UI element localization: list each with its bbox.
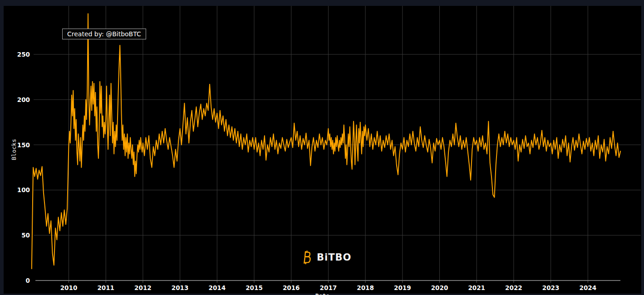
x-tick-label: 2022: [500, 284, 527, 291]
y-axis-title: Blocks: [10, 141, 17, 160]
bitbo-logo-text: BiTBO: [317, 252, 351, 263]
created-by-watermark: Created by: @BitboBTC: [62, 29, 146, 39]
x-tick-label: 2021: [463, 284, 490, 291]
x-tick-label: 2015: [241, 284, 268, 291]
y-tick-label: 200: [0, 96, 30, 104]
x-tick-label: 2020: [426, 284, 453, 291]
x-tick-label: 2012: [129, 284, 157, 291]
chart-screenshot: 0501001502002502010201120122013201420152…: [0, 0, 644, 295]
x-tick-label: 2016: [278, 284, 305, 291]
x-tick-label: 2017: [315, 284, 342, 291]
x-tick-label: 2010: [55, 284, 83, 291]
x-tick-label: 2019: [389, 284, 416, 291]
blocks-line-series: [32, 14, 620, 269]
y-tick-label: 50: [0, 231, 30, 239]
x-tick-label: 2024: [574, 284, 601, 291]
x-tick-label: 2014: [203, 284, 231, 291]
bitbo-logo: BiTBO: [301, 251, 351, 264]
bitbo-b-icon: [301, 251, 313, 264]
x-tick-label: 2013: [167, 284, 194, 291]
x-tick-label: 2011: [92, 284, 119, 291]
y-tick-label: 0: [0, 276, 30, 285]
y-tick-label: 250: [0, 50, 30, 58]
x-tick-label: 2018: [352, 284, 379, 291]
x-axis-title: Date: [4, 292, 641, 295]
y-tick-label: 100: [0, 186, 30, 194]
x-tick-label: 2023: [537, 284, 565, 291]
